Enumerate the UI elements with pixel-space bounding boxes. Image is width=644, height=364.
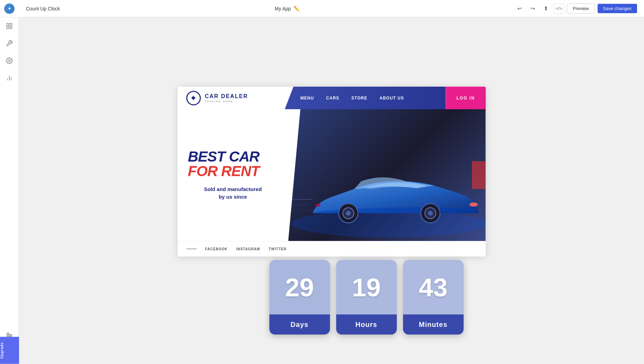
sidebar: ✦ Upgrade [0, 0, 19, 364]
topbar-title: Count Up Clock [26, 6, 60, 11]
timer-minutes-label: Minutes [403, 314, 464, 335]
nav-item-cars[interactable]: CARS [326, 96, 339, 101]
nav-login-label: LOG IN [456, 96, 475, 101]
nav-item-menu[interactable]: MENU [301, 96, 314, 101]
svg-point-11 [292, 210, 486, 237]
site-hero: BEST CAR FOR RENT Sold and manufactured … [178, 109, 486, 241]
timer-days-value: 29 [269, 260, 330, 314]
timer-card-hours: 19 Hours [336, 260, 397, 335]
edit-icon[interactable]: ✏️ [294, 6, 299, 11]
timer-hours-label: Hours [336, 314, 397, 335]
sidebar-item-analytics[interactable] [0, 69, 19, 87]
nav-login-button[interactable]: LOG IN [446, 87, 486, 109]
share-button[interactable]: ⬆ [540, 3, 551, 14]
social-divider [186, 249, 197, 249]
nav-menu: MENU CARS STORE ABOUT US [285, 87, 446, 109]
svg-rect-10 [7, 333, 9, 334]
timer-cards: 29 Days 19 Hours 43 Minutes [269, 260, 464, 335]
social-facebook[interactable]: FACEBOOK [205, 247, 228, 251]
redo-button[interactable]: ↪ [527, 3, 538, 14]
svg-rect-2 [7, 27, 9, 29]
preview-canvas: CAR DEALER TAGLINE HERE MENU CARS STORE … [178, 87, 486, 295]
timer-card-minutes: 43 Minutes [403, 260, 464, 335]
nav-item-store[interactable]: STORE [351, 96, 367, 101]
topbar: Count Up Clock My App ✏️ ↩ ↪ ⬆ </> Previ… [19, 0, 644, 17]
save-button[interactable]: Save changes [598, 4, 637, 13]
svg-point-13 [315, 204, 321, 207]
svg-rect-0 [7, 24, 9, 26]
site-preview: CAR DEALER TAGLINE HERE MENU CARS STORE … [178, 87, 486, 257]
social-twitter[interactable]: TWITTER [269, 247, 286, 251]
svg-rect-9 [7, 334, 12, 335]
hero-left: BEST CAR FOR RENT Sold and manufactured … [178, 109, 288, 241]
svg-point-19 [428, 211, 433, 216]
sidebar-item-tools[interactable] [0, 35, 19, 52]
app-name: My App [275, 6, 291, 11]
car-illustration [288, 144, 486, 241]
svg-rect-3 [10, 27, 12, 29]
site-nav: CAR DEALER TAGLINE HERE MENU CARS STORE … [178, 87, 486, 109]
logo-wheel-icon [186, 91, 201, 105]
social-bar: FACEBOOK INSTAGRAM TWITTER [178, 241, 486, 257]
hero-title-line1: BEST CAR [188, 149, 278, 164]
social-instagram[interactable]: INSTAGRAM [236, 247, 260, 251]
timer-card-days: 29 Days [269, 260, 330, 335]
undo-button[interactable]: ↩ [514, 3, 525, 14]
nav-logo-area: CAR DEALER TAGLINE HERE [178, 87, 285, 109]
hero-right [288, 109, 486, 241]
logo-main-text: CAR DEALER [205, 93, 248, 99]
nav-item-about[interactable]: ABOUT US [379, 96, 404, 101]
logo-sub-text: TAGLINE HERE [205, 100, 248, 103]
sidebar-logo: ✦ [0, 0, 19, 17]
app-logo: ✦ [4, 3, 15, 14]
nav-menu-items: MENU CARS STORE ABOUT US [295, 96, 404, 101]
code-button[interactable]: </> [554, 3, 564, 14]
main-area: CAR DEALER TAGLINE HERE MENU CARS STORE … [19, 17, 644, 364]
logo-text: CAR DEALER TAGLINE HERE [205, 93, 248, 103]
sidebar-item-grid[interactable] [0, 17, 19, 35]
topbar-center: My App ✏️ [60, 6, 514, 11]
hero-subtitle: Sold and manufactured by us since [188, 185, 278, 201]
svg-rect-1 [10, 24, 12, 26]
sidebar-item-settings[interactable] [0, 52, 19, 69]
svg-point-12 [469, 202, 478, 207]
svg-point-4 [9, 60, 10, 62]
topbar-actions: ↩ ↪ ⬆ </> Preview Save changes [514, 3, 637, 14]
svg-point-16 [346, 211, 351, 216]
svg-rect-8 [7, 336, 12, 337]
timer-hours-value: 19 [336, 260, 397, 314]
hero-title-line2: FOR RENT [188, 164, 278, 179]
sidebar-item-bottom[interactable] [0, 326, 19, 343]
timer-minutes-value: 43 [403, 260, 464, 314]
preview-button[interactable]: Preview [567, 3, 594, 14]
timer-days-label: Days [269, 314, 330, 335]
